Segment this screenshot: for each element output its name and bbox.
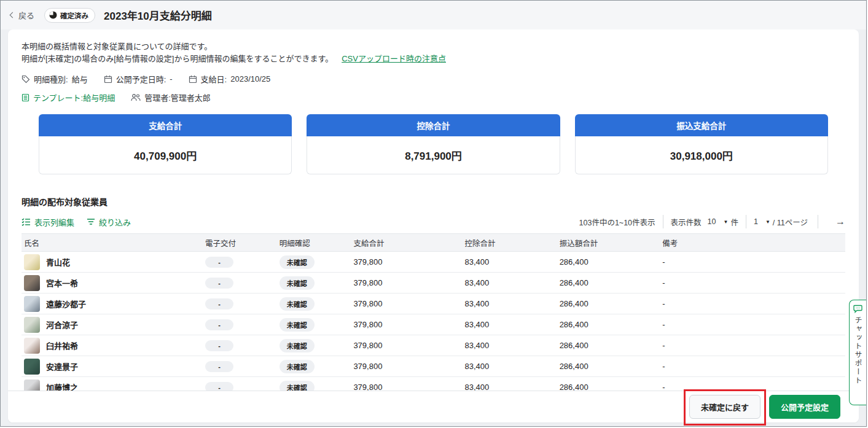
description-line1: 本明細の概括情報と対象従業員についての詳細です。 xyxy=(22,41,845,53)
chevron-down-icon: ▼ xyxy=(765,219,770,225)
summary-card-value: 40,709,900円 xyxy=(39,136,292,174)
next-page-button[interactable]: → xyxy=(835,216,845,227)
edit-columns-button[interactable]: 表示列編集 xyxy=(22,216,74,228)
per-page-label: 表示件数 xyxy=(671,216,702,228)
revert-to-unconfirmed-button[interactable]: 未確定に戻す xyxy=(689,395,760,419)
summary-card-deduction-total: 控除合計 8,791,900円 xyxy=(307,114,560,174)
summary-card-value: 30,918,000円 xyxy=(575,136,828,174)
template-link[interactable]: テンプレート:給与明細 xyxy=(33,91,115,103)
payday: 支給日: 2023/10/25 xyxy=(189,73,271,85)
payment-total-cell: 379,800 xyxy=(351,257,462,267)
transfer-total-cell: 286,400 xyxy=(557,299,660,308)
main-card: 本明細の概括情報と対象従業員についての詳細です。 明細が[未確定]の場合のみ[給… xyxy=(8,29,859,422)
note-cell: - xyxy=(660,257,845,267)
calendar-icon xyxy=(189,75,197,84)
table-row[interactable]: 青山花 - 未確認 379,800 83,400 286,400 - xyxy=(22,252,845,273)
status-badge: 確定済み xyxy=(44,8,95,23)
delivery-status-badge: - xyxy=(205,257,233,268)
people-icon xyxy=(131,93,141,101)
statement-type: 明細種別: 給与 xyxy=(22,73,88,85)
confirm-status-badge: 未確認 xyxy=(280,255,315,269)
deduction-total-cell: 83,400 xyxy=(462,341,557,350)
note-cell: - xyxy=(660,278,845,287)
divider xyxy=(746,215,746,228)
transfer-total-cell: 286,400 xyxy=(557,257,660,267)
delivery-status-badge: - xyxy=(205,319,233,330)
table-row[interactable]: 遠藤沙都子 - 未確認 379,800 83,400 286,400 - xyxy=(22,294,845,314)
column-header-confirm: 明細確認 xyxy=(277,237,351,249)
transfer-total-cell: 286,400 xyxy=(557,362,660,371)
summary-cards: 支給合計 40,709,900円 控除合計 8,791,900円 振込支給合計 … xyxy=(22,114,845,174)
table-row[interactable]: 宮本一希 - 未確認 379,800 83,400 286,400 - xyxy=(22,273,845,294)
column-header-payment: 支給合計 xyxy=(351,237,462,249)
per-page-unit: 件 xyxy=(730,216,738,228)
table-toolbar: 表示列編集 絞り込み 103件中の1~10件表示 表示件数 10 ▼ xyxy=(22,215,845,228)
column-header-deduction: 控除合計 xyxy=(462,237,557,249)
column-header-transfer: 振込額合計 xyxy=(557,237,660,249)
employee-avatar xyxy=(24,254,40,270)
payment-total-cell: 379,800 xyxy=(351,341,462,350)
transfer-total-cell: 286,400 xyxy=(557,320,660,329)
page-select[interactable]: 1 ▼ xyxy=(754,217,773,226)
employee-avatar xyxy=(24,338,40,354)
payment-total-cell: 379,800 xyxy=(351,320,462,329)
note-cell: - xyxy=(660,320,845,329)
publish-schedule-button[interactable]: 公開予定設定 xyxy=(769,395,840,419)
payment-total-cell: 379,800 xyxy=(351,278,462,287)
deduction-total-cell: 83,400 xyxy=(462,320,557,329)
employee-name: 河合涼子 xyxy=(46,319,78,330)
deduction-total-cell: 83,400 xyxy=(462,362,557,371)
divider xyxy=(818,215,818,228)
pagination: 103件中の1~10件表示 表示件数 10 ▼ 件 1 ▼ / 11ページ xyxy=(579,215,845,228)
employee-avatar xyxy=(24,296,40,312)
calendar-icon xyxy=(104,75,112,84)
meta-row-2: テンプレート:給与明細 管理者:管理者太郎 xyxy=(22,91,845,103)
csv-upload-notes-link[interactable]: CSVアップロード時の注意点 xyxy=(342,54,446,63)
meta-row-1: 明細種別: 給与 公開予定日時: - 支給日: 2023/10/25 xyxy=(22,73,845,85)
summary-card-payment-total: 支給合計 40,709,900円 xyxy=(39,114,292,174)
summary-card-value: 8,791,900円 xyxy=(307,136,560,174)
employee-name: 宮本一希 xyxy=(46,277,78,289)
table-row[interactable]: 臼井祐希 - 未確認 379,800 83,400 286,400 - xyxy=(22,335,845,356)
publish-schedule: 公開予定日時: - xyxy=(104,73,173,85)
column-settings-icon xyxy=(22,218,31,226)
delivery-status-badge: - xyxy=(205,298,233,309)
table-row[interactable]: 河合涼子 - 未確認 379,800 83,400 286,400 - xyxy=(22,314,845,335)
confirm-status-badge: 未確認 xyxy=(280,360,315,373)
chat-support-label: チャットサポート xyxy=(853,316,863,385)
template-link-item[interactable]: テンプレート:給与明細 xyxy=(22,91,115,103)
divider xyxy=(663,215,663,228)
table-row[interactable]: 安達景子 - 未確認 379,800 83,400 286,400 - xyxy=(22,356,845,377)
footer-action-bar: 未確定に戻す 公開予定設定 xyxy=(8,391,859,422)
summary-card-title: 支給合計 xyxy=(39,114,292,136)
page-total: / 11ページ xyxy=(773,216,808,228)
pagination-range-text: 103件中の1~10件表示 xyxy=(579,216,655,228)
chat-support-tab[interactable]: チャットサポート xyxy=(849,300,866,405)
tag-icon xyxy=(22,75,30,84)
note-cell: - xyxy=(660,299,845,308)
filter-icon xyxy=(87,218,95,225)
per-page-select[interactable]: 10 ▼ xyxy=(708,217,731,226)
employee-name: 遠藤沙都子 xyxy=(46,298,86,309)
back-button[interactable]: 戻る xyxy=(10,9,34,21)
note-cell: - xyxy=(660,362,845,371)
deduction-total-cell: 83,400 xyxy=(462,299,557,308)
transfer-total-cell: 286,400 xyxy=(557,341,660,350)
payment-total-cell: 379,800 xyxy=(351,299,462,308)
admin-item: 管理者:管理者太郎 xyxy=(131,91,211,103)
payment-total-cell: 379,800 xyxy=(351,362,462,371)
deduction-total-cell: 83,400 xyxy=(462,257,557,267)
employee-name: 青山花 xyxy=(46,256,70,268)
description-block: 本明細の概括情報と対象従業員についての詳細です。 明細が[未確定]の場合のみ[給… xyxy=(22,41,845,65)
note-cell: - xyxy=(660,341,845,350)
column-header-name: 氏名 xyxy=(22,237,203,249)
table-header-row: 氏名 電子交付 明細確認 支給合計 控除合計 振込額合計 備考 xyxy=(22,233,845,252)
back-label: 戻る xyxy=(18,9,34,21)
filter-button[interactable]: 絞り込み xyxy=(87,216,131,228)
document-icon xyxy=(22,93,29,102)
summary-card-transfer-total: 振込支給合計 30,918,000円 xyxy=(575,114,828,174)
chat-bubble-icon xyxy=(853,305,862,313)
employee-avatar xyxy=(24,275,40,291)
confirm-status-badge: 未確認 xyxy=(280,339,315,352)
chevron-down-icon: ▼ xyxy=(724,219,729,225)
